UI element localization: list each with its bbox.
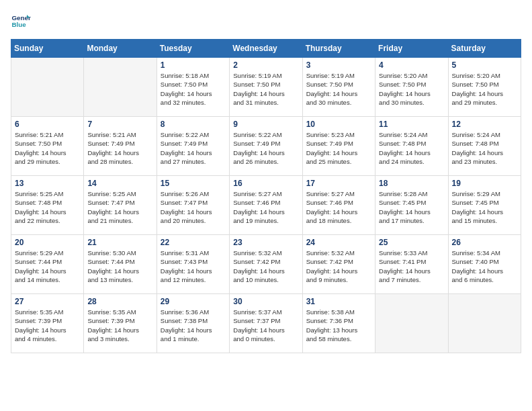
- calendar-cell: 15Sunrise: 5:26 AM Sunset: 7:47 PM Dayli…: [157, 176, 229, 235]
- calendar-cell: 14Sunrise: 5:25 AM Sunset: 7:47 PM Dayli…: [84, 176, 157, 235]
- calendar-cell: 17Sunrise: 5:27 AM Sunset: 7:46 PM Dayli…: [302, 176, 375, 235]
- day-info: Sunrise: 5:29 AM Sunset: 7:45 PM Dayligh…: [452, 189, 517, 225]
- day-info: Sunrise: 5:25 AM Sunset: 7:47 PM Dayligh…: [87, 189, 152, 225]
- day-info: Sunrise: 5:30 AM Sunset: 7:44 PM Dayligh…: [87, 248, 152, 284]
- calendar-cell: 24Sunrise: 5:32 AM Sunset: 7:42 PM Dayli…: [302, 235, 375, 294]
- day-info: Sunrise: 5:21 AM Sunset: 7:49 PM Dayligh…: [87, 130, 152, 166]
- day-info: Sunrise: 5:24 AM Sunset: 7:48 PM Dayligh…: [379, 130, 444, 166]
- day-number: 25: [379, 238, 444, 247]
- calendar-cell: 8Sunrise: 5:22 AM Sunset: 7:49 PM Daylig…: [157, 117, 229, 176]
- logo: General Blue: [11, 11, 31, 31]
- day-number: 27: [15, 297, 80, 306]
- weekday-header-saturday: Saturday: [448, 40, 521, 58]
- calendar-cell: 20Sunrise: 5:29 AM Sunset: 7:44 PM Dayli…: [11, 235, 84, 294]
- day-info: Sunrise: 5:24 AM Sunset: 7:48 PM Dayligh…: [452, 130, 517, 166]
- page-header: General Blue: [11, 11, 521, 31]
- calendar-cell: 10Sunrise: 5:23 AM Sunset: 7:49 PM Dayli…: [302, 117, 375, 176]
- day-info: Sunrise: 5:22 AM Sunset: 7:49 PM Dayligh…: [233, 130, 298, 166]
- week-row-1: 1Sunrise: 5:18 AM Sunset: 7:50 PM Daylig…: [11, 58, 521, 117]
- calendar-cell: 21Sunrise: 5:30 AM Sunset: 7:44 PM Dayli…: [84, 235, 157, 294]
- calendar-cell: 18Sunrise: 5:28 AM Sunset: 7:45 PM Dayli…: [375, 176, 448, 235]
- calendar-cell: 23Sunrise: 5:32 AM Sunset: 7:42 PM Dayli…: [230, 235, 302, 294]
- weekday-header-wednesday: Wednesday: [230, 40, 302, 58]
- calendar-cell: 28Sunrise: 5:35 AM Sunset: 7:39 PM Dayli…: [84, 294, 157, 353]
- day-number: 20: [15, 238, 80, 247]
- weekday-header-thursday: Thursday: [302, 40, 375, 58]
- logo-icon: General Blue: [11, 11, 31, 31]
- day-number: 14: [87, 179, 152, 188]
- day-info: Sunrise: 5:32 AM Sunset: 7:42 PM Dayligh…: [233, 248, 298, 284]
- day-info: Sunrise: 5:37 AM Sunset: 7:37 PM Dayligh…: [233, 308, 298, 343]
- day-number: 17: [306, 179, 371, 188]
- calendar-cell: 26Sunrise: 5:34 AM Sunset: 7:40 PM Dayli…: [448, 235, 521, 294]
- day-info: Sunrise: 5:25 AM Sunset: 7:48 PM Dayligh…: [15, 189, 80, 225]
- day-number: 26: [452, 238, 517, 247]
- day-info: Sunrise: 5:28 AM Sunset: 7:45 PM Dayligh…: [379, 189, 444, 225]
- day-number: 28: [87, 297, 152, 306]
- calendar-cell: 12Sunrise: 5:24 AM Sunset: 7:48 PM Dayli…: [448, 117, 521, 176]
- day-info: Sunrise: 5:38 AM Sunset: 7:36 PM Dayligh…: [306, 308, 371, 343]
- calendar-cell: 4Sunrise: 5:20 AM Sunset: 7:50 PM Daylig…: [375, 58, 448, 117]
- day-info: Sunrise: 5:32 AM Sunset: 7:42 PM Dayligh…: [306, 248, 371, 284]
- calendar-cell: [84, 58, 157, 117]
- day-info: Sunrise: 5:20 AM Sunset: 7:50 PM Dayligh…: [452, 71, 517, 107]
- day-number: 29: [161, 297, 226, 306]
- week-row-5: 27Sunrise: 5:35 AM Sunset: 7:39 PM Dayli…: [11, 294, 521, 353]
- day-info: Sunrise: 5:23 AM Sunset: 7:49 PM Dayligh…: [306, 130, 371, 166]
- day-number: 5: [452, 60, 517, 70]
- day-number: 19: [452, 179, 517, 188]
- calendar-cell: 19Sunrise: 5:29 AM Sunset: 7:45 PM Dayli…: [448, 176, 521, 235]
- week-row-3: 13Sunrise: 5:25 AM Sunset: 7:48 PM Dayli…: [11, 176, 521, 235]
- calendar-cell: [11, 58, 84, 117]
- day-info: Sunrise: 5:31 AM Sunset: 7:43 PM Dayligh…: [161, 248, 226, 284]
- day-number: 1: [161, 60, 226, 70]
- day-info: Sunrise: 5:33 AM Sunset: 7:41 PM Dayligh…: [379, 248, 444, 284]
- calendar-cell: 7Sunrise: 5:21 AM Sunset: 7:49 PM Daylig…: [84, 117, 157, 176]
- day-info: Sunrise: 5:21 AM Sunset: 7:50 PM Dayligh…: [15, 130, 80, 166]
- day-number: 4: [379, 60, 444, 70]
- day-number: 9: [233, 120, 298, 129]
- calendar-cell: 2Sunrise: 5:19 AM Sunset: 7:50 PM Daylig…: [230, 58, 302, 117]
- day-number: 13: [15, 179, 80, 188]
- day-info: Sunrise: 5:22 AM Sunset: 7:49 PM Dayligh…: [161, 130, 226, 166]
- calendar-cell: 30Sunrise: 5:37 AM Sunset: 7:37 PM Dayli…: [230, 294, 302, 353]
- day-info: Sunrise: 5:19 AM Sunset: 7:50 PM Dayligh…: [306, 71, 371, 107]
- calendar-cell: 29Sunrise: 5:36 AM Sunset: 7:38 PM Dayli…: [157, 294, 229, 353]
- calendar-cell: 11Sunrise: 5:24 AM Sunset: 7:48 PM Dayli…: [375, 117, 448, 176]
- day-info: Sunrise: 5:34 AM Sunset: 7:40 PM Dayligh…: [452, 248, 517, 284]
- day-number: 7: [87, 120, 152, 129]
- day-number: 22: [161, 238, 226, 247]
- day-info: Sunrise: 5:35 AM Sunset: 7:39 PM Dayligh…: [87, 308, 152, 343]
- day-info: Sunrise: 5:36 AM Sunset: 7:38 PM Dayligh…: [161, 308, 226, 343]
- day-number: 23: [233, 238, 298, 247]
- weekday-header-monday: Monday: [84, 40, 157, 58]
- calendar-cell: 6Sunrise: 5:21 AM Sunset: 7:50 PM Daylig…: [11, 117, 84, 176]
- day-number: 16: [233, 179, 298, 188]
- calendar-table: SundayMondayTuesdayWednesdayThursdayFrid…: [11, 39, 521, 353]
- calendar-cell: 5Sunrise: 5:20 AM Sunset: 7:50 PM Daylig…: [448, 58, 521, 117]
- weekday-header-sunday: Sunday: [11, 40, 84, 58]
- calendar-cell: 25Sunrise: 5:33 AM Sunset: 7:41 PM Dayli…: [375, 235, 448, 294]
- weekday-header-tuesday: Tuesday: [157, 40, 229, 58]
- weekday-header-friday: Friday: [375, 40, 448, 58]
- svg-text:Blue: Blue: [12, 21, 27, 28]
- day-number: 10: [306, 120, 371, 129]
- day-number: 2: [233, 60, 298, 70]
- day-number: 15: [161, 179, 226, 188]
- day-number: 18: [379, 179, 444, 188]
- calendar-cell: 3Sunrise: 5:19 AM Sunset: 7:50 PM Daylig…: [302, 58, 375, 117]
- calendar-cell: 13Sunrise: 5:25 AM Sunset: 7:48 PM Dayli…: [11, 176, 84, 235]
- calendar-cell: 22Sunrise: 5:31 AM Sunset: 7:43 PM Dayli…: [157, 235, 229, 294]
- day-info: Sunrise: 5:26 AM Sunset: 7:47 PM Dayligh…: [161, 189, 226, 225]
- day-number: 12: [452, 120, 517, 129]
- calendar-cell: [375, 294, 448, 353]
- day-info: Sunrise: 5:29 AM Sunset: 7:44 PM Dayligh…: [15, 248, 80, 284]
- day-number: 21: [87, 238, 152, 247]
- day-number: 31: [306, 297, 371, 306]
- weekday-header-row: SundayMondayTuesdayWednesdayThursdayFrid…: [11, 40, 521, 58]
- day-number: 11: [379, 120, 444, 129]
- week-row-2: 6Sunrise: 5:21 AM Sunset: 7:50 PM Daylig…: [11, 117, 521, 176]
- calendar-cell: 16Sunrise: 5:27 AM Sunset: 7:46 PM Dayli…: [230, 176, 302, 235]
- day-info: Sunrise: 5:20 AM Sunset: 7:50 PM Dayligh…: [379, 71, 444, 107]
- day-number: 24: [306, 238, 371, 247]
